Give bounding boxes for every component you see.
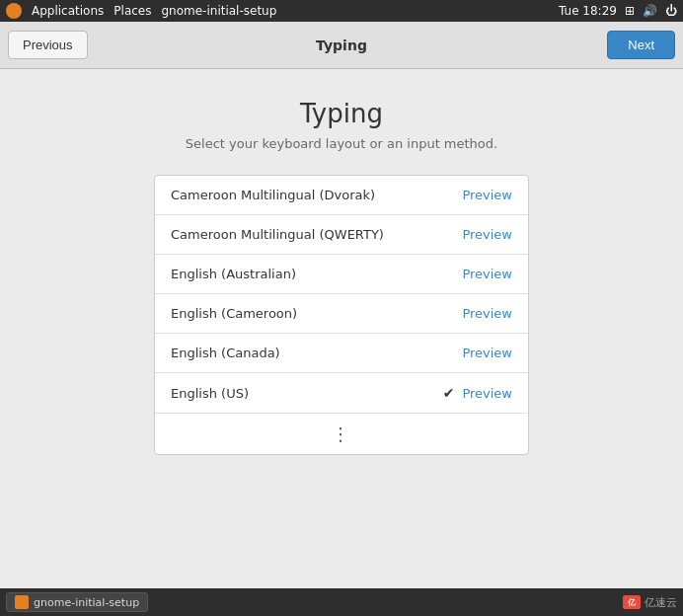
places-label[interactable]: Places	[114, 4, 151, 18]
previous-button[interactable]: Previous	[8, 31, 88, 59]
next-button[interactable]: Next	[607, 31, 675, 59]
network-icon: ⊞	[625, 4, 635, 18]
keyboard-name-australian: English (Australian)	[171, 267, 462, 281]
preview-link-qwerty[interactable]: Preview	[462, 227, 512, 242]
selected-checkmark: ✔	[443, 385, 455, 401]
clock: Tue 18:29	[559, 4, 617, 18]
list-item[interactable]: English (Cameroon) Preview	[155, 294, 528, 334]
taskbar-right: 亿 亿速云	[623, 595, 677, 610]
list-item[interactable]: English (US) ✔ Preview	[155, 373, 528, 414]
preview-link-dvorak[interactable]: Preview	[462, 188, 512, 202]
system-bar-right: Tue 18:29 ⊞ 🔊 ⏻	[559, 4, 677, 18]
keyboard-name-cameroon: English (Cameroon)	[171, 306, 462, 321]
list-item[interactable]: Cameroon Multilingual (Dvorak) Preview	[155, 176, 528, 215]
power-icon[interactable]: ⏻	[665, 4, 677, 18]
list-item[interactable]: Cameroon Multilingual (QWERTY) Preview	[155, 215, 528, 255]
system-bar-left: Applications Places gnome-initial-setup	[6, 3, 276, 19]
page-title: Typing	[300, 99, 383, 128]
preview-link-canada[interactable]: Preview	[462, 346, 512, 360]
more-options-button[interactable]: ⋮	[155, 414, 528, 454]
preview-link-australian[interactable]: Preview	[462, 267, 512, 281]
header-bar: Previous Typing Next	[0, 22, 683, 69]
page-subtitle: Select your keyboard layout or an input …	[186, 136, 497, 151]
more-icon: ⋮	[332, 424, 351, 444]
taskbar-app-icon	[15, 595, 29, 609]
app-menu-icon	[6, 3, 22, 19]
taskbar-app-item[interactable]: gnome-initial-setup	[6, 592, 148, 612]
list-item[interactable]: English (Canada) Preview	[155, 334, 528, 373]
content-area: Typing Select your keyboard layout or an…	[0, 69, 683, 588]
brand-logo: 亿	[623, 595, 641, 609]
list-item[interactable]: English (Australian) Preview	[155, 255, 528, 294]
keyboard-name-dvorak: Cameroon Multilingual (Dvorak)	[171, 188, 462, 202]
app-name-label[interactable]: gnome-initial-setup	[161, 4, 276, 18]
app-menu-label[interactable]: Applications	[32, 4, 104, 18]
taskbar: gnome-initial-setup 亿 亿速云	[0, 588, 683, 616]
volume-icon[interactable]: 🔊	[643, 4, 657, 18]
brand-area: 亿 亿速云	[623, 595, 677, 610]
main-window: Previous Typing Next Typing Select your …	[0, 22, 683, 588]
brand-label: 亿速云	[645, 595, 677, 610]
keyboard-name-canada: English (Canada)	[171, 346, 462, 360]
preview-link-cameroon[interactable]: Preview	[462, 306, 512, 321]
keyboard-name-us: English (US)	[171, 386, 443, 401]
header-title: Typing	[316, 38, 367, 53]
keyboard-list: Cameroon Multilingual (Dvorak) Preview C…	[154, 175, 529, 455]
preview-link-us[interactable]: Preview	[462, 386, 512, 401]
taskbar-app-label: gnome-initial-setup	[34, 596, 139, 609]
system-bar: Applications Places gnome-initial-setup …	[0, 0, 683, 22]
keyboard-name-qwerty: Cameroon Multilingual (QWERTY)	[171, 227, 462, 242]
